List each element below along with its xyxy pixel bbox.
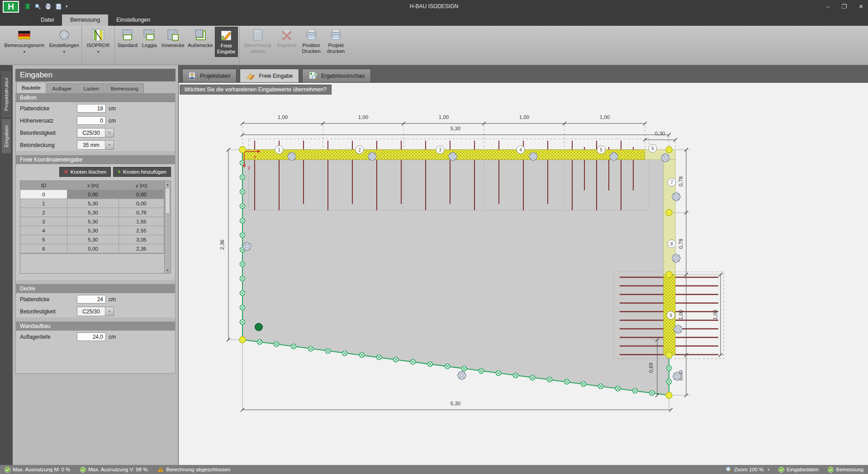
- svg-text:1,00: 1,00: [278, 114, 288, 120]
- tab-bauteile[interactable]: Bauteile: [16, 82, 46, 93]
- calculator-icon[interactable]: [56, 4, 62, 9]
- ribbon-group-balkonsystem: Standard Loggia Innenecke Außenecke: [115, 26, 240, 65]
- check-circle-icon: [80, 467, 86, 473]
- sidebar-tab-eingaben[interactable]: Eingaben: [2, 119, 11, 153]
- element-badge[interactable]: 1: [275, 146, 283, 154]
- berechnung-starten-button: Berechnung starten: [241, 27, 275, 57]
- projekt-drucken-button[interactable]: Projekt drucken: [324, 27, 348, 57]
- section-header: Decke: [16, 284, 175, 293]
- field-label: Betondeckung: [20, 142, 77, 148]
- tab-lasten[interactable]: Lasten: [78, 83, 104, 93]
- position-drucken-button[interactable]: Position Drucken: [299, 27, 323, 57]
- loggia-button[interactable]: Loggia: [139, 27, 159, 57]
- scrollbar-thumb[interactable]: [165, 188, 170, 214]
- table-scrollbar[interactable]: ▲ ▼: [165, 180, 171, 274]
- balcony-slab[interactable]: [242, 150, 669, 395]
- svg-text:5,30: 5,30: [451, 401, 460, 406]
- close-button[interactable]: ✕: [859, 3, 863, 10]
- gear-icon: [58, 28, 70, 42]
- svg-text:8: 8: [670, 242, 673, 246]
- svg-text:7: 7: [670, 180, 673, 185]
- plattendicke-input[interactable]: 18: [77, 104, 106, 113]
- sidebar-tab-projektstruktur[interactable]: Projektstruktur: [2, 71, 11, 117]
- tab-ergebnisvorschau[interactable]: Ergebnisvorschau: [302, 69, 371, 82]
- toolbar-caret-icon[interactable]: ▾: [66, 4, 68, 9]
- element-badge[interactable]: 2: [356, 146, 364, 154]
- search-icon[interactable]: [34, 3, 41, 9]
- einstellungen-button[interactable]: Einstellungen ▾: [48, 27, 80, 57]
- table-row[interactable]: 1 5,30 0,00: [20, 199, 164, 208]
- element-badge[interactable]: 6: [649, 144, 657, 152]
- calculator-icon: [252, 28, 263, 42]
- table-row[interactable]: 6 0,00 2,36: [20, 244, 164, 253]
- zoom-icon: [726, 466, 732, 473]
- knoten-loeschen-button[interactable]: ✕ Knoten löschen: [59, 167, 111, 177]
- tab-projektdaten[interactable]: Projektdaten: [182, 69, 237, 82]
- hoehenversatz-input[interactable]: 0: [77, 116, 106, 125]
- field-label: Betonfestigkeit: [20, 308, 77, 315]
- bemessungsnorm-button[interactable]: Bemessungsnorm ▾: [1, 27, 47, 57]
- table-row[interactable]: 4 5,30 2,55: [20, 226, 164, 235]
- table-row[interactable]: 3 5,30 1,55: [20, 217, 164, 226]
- table-row[interactable]: 0 0,00 0,00: [20, 190, 164, 199]
- isopro-button[interactable]: ISOPRO® ▾: [83, 27, 113, 57]
- table-row[interactable]: 2 5,30 0,78: [20, 208, 164, 217]
- tab-einstellungen[interactable]: Einstellungen: [108, 14, 158, 26]
- standard-button[interactable]: Standard: [116, 27, 138, 57]
- print-icon[interactable]: [45, 4, 52, 9]
- aussenecke-button[interactable]: Außenecke: [187, 27, 213, 57]
- tab-auflager[interactable]: Auflager: [47, 83, 77, 93]
- printer-icon: [330, 28, 342, 42]
- cad-drawing[interactable]: 1,00 1,00 1,00 1,00 1,00 5,30 0,30 2,36 …: [179, 83, 867, 465]
- result-preview-icon: [308, 71, 318, 80]
- panel-title: Eingaben: [15, 69, 175, 81]
- status-bemessung: Bemessung: [828, 467, 863, 473]
- element-badge[interactable]: 4: [517, 146, 525, 154]
- element-badge[interactable]: 9: [667, 311, 675, 319]
- warning-icon: [157, 467, 164, 472]
- drawing-canvas[interactable]: Möchten Sie die vorhandenen Eingabewerte…: [179, 82, 868, 465]
- tab-freie-eingabe[interactable]: Freie Eingabe: [240, 69, 299, 82]
- point-support-node[interactable]: [255, 323, 262, 331]
- add-plus-icon: +: [118, 169, 121, 175]
- betondeckung-dropdown[interactable]: 35 mm ˅: [77, 140, 114, 150]
- restore-button[interactable]: ❐: [841, 3, 847, 10]
- scroll-down-icon[interactable]: ▼: [166, 267, 169, 273]
- decke-betonfestigkeit-dropdown[interactable]: C25/30 ˅: [77, 307, 114, 316]
- svg-text:y: y: [248, 165, 251, 170]
- scroll-up-icon[interactable]: ▲: [166, 181, 169, 187]
- element-badge[interactable]: 3: [436, 146, 444, 154]
- chevron-down-icon[interactable]: ˅: [105, 128, 114, 137]
- gear-icon[interactable]: [457, 370, 466, 380]
- unit-label: cm: [109, 334, 116, 340]
- chevron-down-icon[interactable]: ˅: [105, 141, 114, 149]
- tab-datei[interactable]: Datei: [33, 14, 62, 26]
- zoom-control[interactable]: Zoom 100 % ▾: [726, 466, 769, 473]
- input-panel: Eingaben Bauteile Auflager Lasten Bemess…: [13, 65, 178, 465]
- element-badge[interactable]: 8: [668, 240, 676, 248]
- chevron-down-icon[interactable]: ▾: [768, 468, 769, 472]
- decke-plattendicke-input[interactable]: 24: [77, 295, 106, 303]
- freie-eingabe-button[interactable]: Freie Eingabe: [215, 27, 238, 57]
- field-label: Auflagertiefe: [20, 334, 77, 340]
- isopro-icon: [92, 28, 104, 42]
- loggia-icon: [143, 28, 156, 42]
- chevron-down-icon[interactable]: ˅: [105, 307, 114, 316]
- svg-text:2: 2: [358, 147, 361, 152]
- auflagertiefe-input[interactable]: 24,0: [77, 332, 106, 341]
- innenecke-button[interactable]: Innenecke: [160, 27, 186, 57]
- svg-text:x: x: [254, 154, 256, 159]
- ribbon-group-daemmstaerke: ISOPRO® ▾: [82, 26, 115, 65]
- tab-bemessung[interactable]: Bemessung: [62, 14, 108, 26]
- book-icon[interactable]: [24, 3, 30, 9]
- knoten-hinzufuegen-button[interactable]: + Knoten hinzufügen: [113, 167, 171, 177]
- element-badge[interactable]: 5: [597, 146, 605, 154]
- unit-label: cm: [109, 118, 116, 124]
- betonfestigkeit-dropdown[interactable]: C25/30 ˅: [77, 128, 114, 137]
- section-koordinaten: Freie Koordinateneingabe ✕ Knoten lösche…: [16, 155, 175, 280]
- minimize-button[interactable]: –: [826, 3, 830, 10]
- table-row[interactable]: 5 5,30 3,05: [20, 235, 164, 244]
- ribbon-tab-bar: Datei Bemessung Einstellungen: [0, 13, 868, 26]
- element-badge[interactable]: 7: [668, 178, 676, 186]
- tab-bemessung[interactable]: Bemessung: [105, 83, 144, 93]
